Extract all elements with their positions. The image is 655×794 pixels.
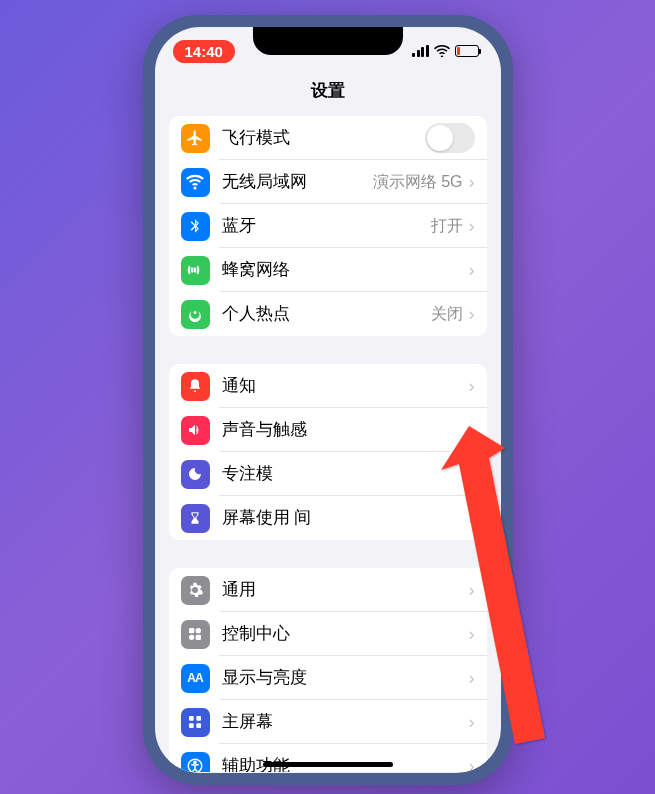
airplane-icon xyxy=(181,124,210,153)
chevron-right-icon: › xyxy=(469,376,475,397)
row-control-center[interactable]: 控制中心 › xyxy=(169,612,487,656)
chevron-right-icon: › xyxy=(469,172,475,193)
chevron-right-icon: › xyxy=(469,260,475,281)
wifi-icon xyxy=(181,168,210,197)
row-value: 关闭 xyxy=(431,304,463,325)
row-label: 声音与触感 xyxy=(222,419,469,441)
bell-icon xyxy=(181,372,210,401)
row-value: 打开 xyxy=(431,216,463,237)
row-label: 控制中心 xyxy=(222,623,469,645)
row-label: 主屏幕 xyxy=(222,711,469,733)
chevron-right-icon: › xyxy=(469,756,475,773)
control-center-icon xyxy=(181,620,210,649)
group-connectivity: 飞行模式 无线局域网 演示网络 5G › 蓝牙 打开 xyxy=(169,116,487,336)
bluetooth-icon xyxy=(181,212,210,241)
screen: 14:40 设置 飞行模式 xyxy=(155,27,501,773)
notch xyxy=(253,27,403,55)
row-label: 个人热点 xyxy=(222,303,431,325)
row-label: 通知 xyxy=(222,375,469,397)
svg-rect-2 xyxy=(189,635,194,640)
status-icons xyxy=(412,45,479,57)
row-screen-time[interactable]: 屏幕使用 间 › xyxy=(169,496,487,540)
svg-rect-0 xyxy=(189,628,194,633)
speaker-icon xyxy=(181,416,210,445)
chevron-right-icon: › xyxy=(469,508,475,529)
svg-rect-3 xyxy=(196,635,201,640)
group-general: 通用 › 控制中心 › AA 显示与亮度 › xyxy=(169,568,487,772)
row-label: 通用 xyxy=(222,579,469,601)
signal-icon xyxy=(412,45,429,57)
chevron-right-icon: › xyxy=(469,304,475,325)
row-notifications[interactable]: 通知 › xyxy=(169,364,487,408)
battery-low-icon xyxy=(455,45,479,57)
svg-rect-7 xyxy=(196,723,201,728)
chevron-right-icon: › xyxy=(469,420,475,441)
row-hotspot[interactable]: 个人热点 关闭 › xyxy=(169,292,487,336)
home-screen-icon xyxy=(181,708,210,737)
page-title: 设置 xyxy=(155,75,501,116)
row-general[interactable]: 通用 › xyxy=(169,568,487,612)
svg-point-9 xyxy=(194,761,196,763)
chevron-right-icon: › xyxy=(469,668,475,689)
row-cellular[interactable]: 蜂窝网络 › xyxy=(169,248,487,292)
chevron-right-icon: › xyxy=(469,712,475,733)
group-notifications: 通知 › 声音与触感 › 专注模 › xyxy=(169,364,487,540)
row-label: 显示与亮度 xyxy=(222,667,469,689)
chevron-right-icon: › xyxy=(469,464,475,485)
svg-rect-4 xyxy=(189,716,194,721)
chevron-right-icon: › xyxy=(469,580,475,601)
svg-rect-6 xyxy=(189,723,194,728)
row-label: 屏幕使用 间 xyxy=(222,507,469,529)
chevron-right-icon: › xyxy=(469,216,475,237)
moon-icon xyxy=(181,460,210,489)
row-bluetooth[interactable]: 蓝牙 打开 › xyxy=(169,204,487,248)
row-display-brightness[interactable]: AA 显示与亮度 › xyxy=(169,656,487,700)
row-home-screen[interactable]: 主屏幕 › xyxy=(169,700,487,744)
accessibility-icon xyxy=(181,752,210,773)
row-value: 演示网络 5G xyxy=(373,172,463,193)
row-label: 蓝牙 xyxy=(222,215,431,237)
row-label: 飞行模式 xyxy=(222,127,425,149)
row-airplane-mode[interactable]: 飞行模式 xyxy=(169,116,487,160)
row-wifi[interactable]: 无线局域网 演示网络 5G › xyxy=(169,160,487,204)
time-recording-pill: 14:40 xyxy=(173,40,235,63)
row-sounds-haptics[interactable]: 声音与触感 › xyxy=(169,408,487,452)
airplane-toggle[interactable] xyxy=(425,123,475,153)
svg-rect-5 xyxy=(196,716,201,721)
chevron-right-icon: › xyxy=(469,624,475,645)
phone-frame: 14:40 设置 飞行模式 xyxy=(143,15,513,785)
gear-icon xyxy=(181,576,210,605)
hotspot-icon xyxy=(181,300,210,329)
hourglass-icon xyxy=(181,504,210,533)
wifi-icon xyxy=(434,45,450,57)
svg-rect-1 xyxy=(196,628,201,633)
settings-scroll[interactable]: 飞行模式 无线局域网 演示网络 5G › 蓝牙 打开 xyxy=(155,116,501,772)
display-icon: AA xyxy=(181,664,210,693)
row-label: 蜂窝网络 xyxy=(222,259,469,281)
row-accessibility[interactable]: 辅助功能 › xyxy=(169,744,487,772)
home-indicator[interactable] xyxy=(263,762,393,767)
row-focus[interactable]: 专注模 › xyxy=(169,452,487,496)
row-label: 无线局域网 xyxy=(222,171,373,193)
cellular-icon xyxy=(181,256,210,285)
row-label: 专注模 xyxy=(222,463,469,485)
